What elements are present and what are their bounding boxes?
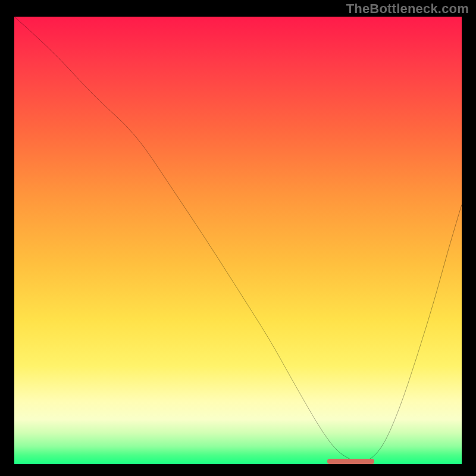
watermark-text: TheBottleneck.com [346,1,469,17]
bottleneck-curve [14,17,462,464]
optimal-range-marker [327,459,374,464]
curve-path [14,17,462,462]
chart-frame: TheBottleneck.com [0,0,476,476]
plot-area [14,17,462,464]
